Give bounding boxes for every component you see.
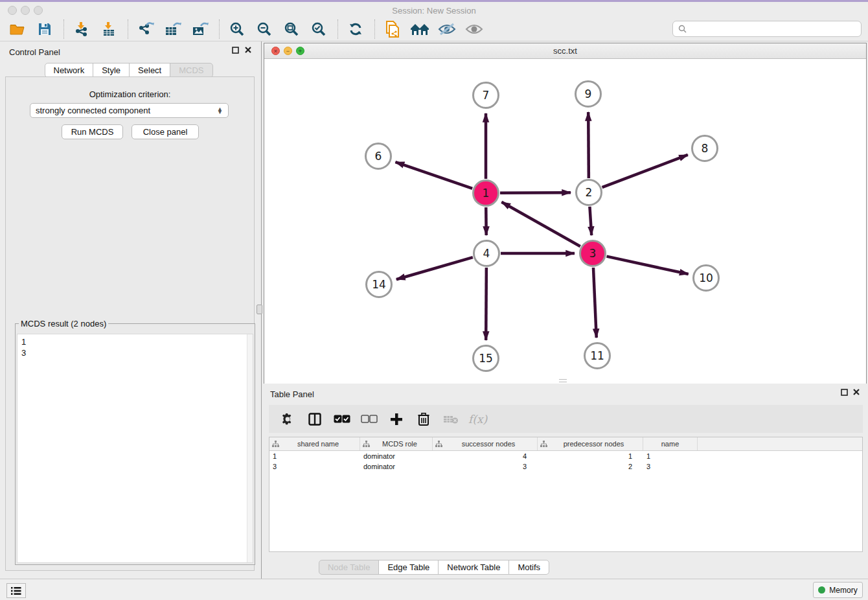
svg-text:14: 14 xyxy=(372,278,386,291)
first-neighbors-icon[interactable] xyxy=(409,19,431,39)
table-row-1[interactable]: 3dominator323 xyxy=(269,461,862,472)
graph-edge-1-6[interactable] xyxy=(395,162,472,189)
graph-edge-2-8[interactable] xyxy=(602,155,688,187)
search-box[interactable] xyxy=(672,21,862,37)
show-all-eye-icon[interactable] xyxy=(463,19,485,39)
graph-node-3[interactable]: 3 xyxy=(580,241,606,266)
cell-predecessor-nodes[interactable]: 2 xyxy=(538,463,643,470)
graph-edge-4-14[interactable] xyxy=(396,257,473,279)
memory-button[interactable]: Memory xyxy=(813,582,863,598)
column-header-successor-nodes[interactable]: successor nodes xyxy=(433,437,538,450)
result-scrollbar[interactable] xyxy=(247,334,253,562)
select-all-checkboxes-icon[interactable] xyxy=(332,410,352,429)
column-header-shared-name[interactable]: shared name xyxy=(269,437,360,450)
svg-text:3: 3 xyxy=(589,247,597,260)
panel-divider-handle[interactable] xyxy=(257,305,262,314)
memory-status-dot xyxy=(818,586,825,594)
tab-mcds[interactable]: MCDS xyxy=(170,63,212,78)
import-network-icon[interactable] xyxy=(71,19,93,39)
zoom-fit-icon[interactable] xyxy=(280,19,303,39)
cell-mcds-role[interactable]: dominator xyxy=(360,463,433,470)
cell-predecessor-nodes[interactable]: 1 xyxy=(538,452,643,460)
clear-checkboxes-icon[interactable] xyxy=(360,410,379,429)
network-window: × − + scc.txt 7968124314101511 xyxy=(264,43,867,384)
cell-mcds-role[interactable]: dominator xyxy=(360,452,433,460)
table-panel-float-icon[interactable] xyxy=(841,389,848,398)
tab-network[interactable]: Network xyxy=(44,63,93,78)
graph-edge-3-1[interactable] xyxy=(501,202,580,246)
delete-table-icon xyxy=(441,410,461,429)
column-header-predecessor-nodes[interactable]: predecessor nodes xyxy=(538,437,643,450)
zoom-out-icon[interactable] xyxy=(253,19,275,39)
save-session-icon[interactable] xyxy=(34,19,56,39)
cell-shared-name[interactable]: 3 xyxy=(269,463,360,470)
cell-name[interactable]: 3 xyxy=(643,463,698,470)
graph-edge-4-15[interactable] xyxy=(486,268,486,340)
mcds-result-area[interactable]: 13 xyxy=(17,334,253,563)
run-mcds-button[interactable]: Run MCDS xyxy=(62,124,123,139)
table-tab-node-table[interactable]: Node Table xyxy=(319,560,380,575)
network-graph[interactable]: 7968124314101511 xyxy=(264,59,866,384)
node-table[interactable]: shared nameMCDS rolesuccessor nodesprede… xyxy=(269,437,863,552)
graph-node-2[interactable]: 2 xyxy=(577,180,602,205)
zoom-in-icon[interactable] xyxy=(226,19,248,39)
graph-edge-1-2[interactable] xyxy=(500,192,571,193)
graph-node-15[interactable]: 15 xyxy=(474,346,499,371)
graph-node-11[interactable]: 11 xyxy=(585,343,610,369)
zoom-selected-icon[interactable] xyxy=(308,19,330,39)
table-settings-gear-icon[interactable] xyxy=(278,410,297,429)
cell-name[interactable]: 1 xyxy=(643,452,698,460)
criterion-select[interactable]: strongly connected component ▲▼ xyxy=(30,103,229,118)
refresh-network-icon[interactable] xyxy=(345,19,367,39)
open-session-icon[interactable] xyxy=(6,19,29,39)
graph-edge-2-9[interactable] xyxy=(588,112,589,178)
search-input[interactable] xyxy=(691,24,856,34)
tab-style[interactable]: Style xyxy=(93,63,130,78)
table-tab-network-table[interactable]: Network Table xyxy=(438,560,509,575)
toolbar-separator xyxy=(63,19,64,39)
control-panel-close-icon[interactable] xyxy=(244,46,252,56)
column-header-mcds-role[interactable]: MCDS role xyxy=(360,437,433,450)
graph-node-8[interactable]: 8 xyxy=(692,136,718,161)
graph-node-7[interactable]: 7 xyxy=(474,83,499,108)
app-title: Session: New Session xyxy=(0,6,868,16)
table-tabs-row: Node TableEdge TableNetwork TableMotifs xyxy=(0,560,868,575)
graph-node-10[interactable]: 10 xyxy=(694,266,719,291)
graph-edge-2-3[interactable] xyxy=(589,207,591,235)
export-image-icon[interactable] xyxy=(189,19,211,39)
network-canvas[interactable]: 7968124314101511 xyxy=(264,59,866,384)
cell-successor-nodes[interactable]: 4 xyxy=(433,452,538,460)
import-table-icon[interactable] xyxy=(98,19,120,39)
add-row-plus-icon[interactable] xyxy=(387,410,406,429)
graph-node-4[interactable]: 4 xyxy=(474,241,499,266)
close-panel-button[interactable]: Close panel xyxy=(131,124,199,139)
table-toolbar: f(x) xyxy=(269,405,863,433)
copy-network-icon[interactable] xyxy=(382,19,404,39)
export-table-icon[interactable] xyxy=(162,19,184,39)
main-toolbar xyxy=(0,17,868,41)
graph-node-9[interactable]: 9 xyxy=(576,82,601,107)
graph-node-14[interactable]: 14 xyxy=(367,272,392,297)
cell-successor-nodes[interactable]: 3 xyxy=(433,463,538,470)
graph-node-6[interactable]: 6 xyxy=(366,144,391,169)
status-list-button[interactable] xyxy=(6,583,26,598)
column-header-label: MCDS role xyxy=(370,440,429,448)
table-tab-motifs[interactable]: Motifs xyxy=(508,560,549,575)
control-panel-float-icon[interactable] xyxy=(232,47,239,56)
window-resize-grip[interactable] xyxy=(559,379,567,382)
graph-edge-3-10[interactable] xyxy=(606,257,688,274)
table-panel-close-icon[interactable] xyxy=(852,388,860,398)
table-row-0[interactable]: 1dominator411 xyxy=(269,451,862,461)
export-network-icon[interactable] xyxy=(135,19,157,39)
optimization-criterion-label: Optimization criterion: xyxy=(6,89,254,99)
cell-shared-name[interactable]: 1 xyxy=(269,452,360,460)
table-tab-edge-table[interactable]: Edge Table xyxy=(378,560,439,575)
tab-select[interactable]: Select xyxy=(129,63,170,78)
delete-row-trash-icon[interactable] xyxy=(414,410,433,429)
split-columns-icon[interactable] xyxy=(305,410,325,429)
hide-selected-eye-icon[interactable] xyxy=(436,19,458,39)
column-header-name[interactable]: name xyxy=(643,437,698,450)
graph-node-1[interactable]: 1 xyxy=(474,181,499,206)
graph-edge-3-11[interactable] xyxy=(593,268,597,338)
network-window-titlebar[interactable]: × − + scc.txt xyxy=(264,43,866,59)
